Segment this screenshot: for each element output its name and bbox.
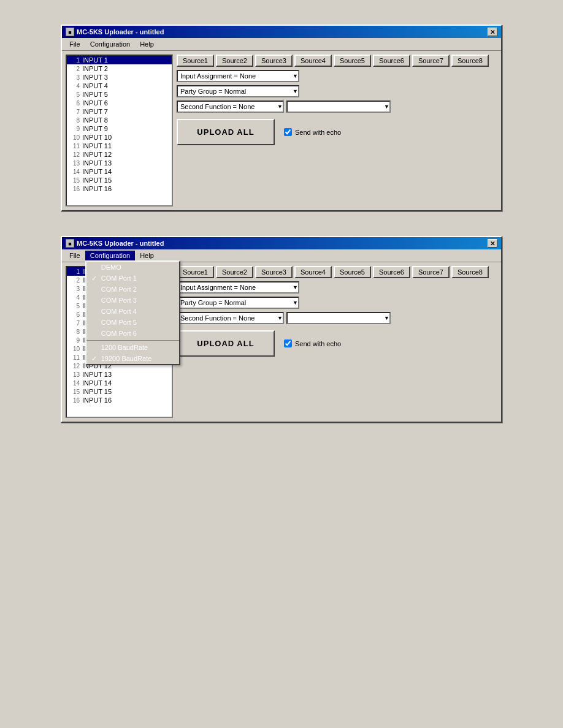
right-panel-1: Source1Source2Source3Source4Source5Sourc… <box>177 55 497 207</box>
row-num: 4 <box>69 294 80 301</box>
row-num: 15 <box>69 389 80 395</box>
menu-file-2[interactable]: File <box>64 251 85 260</box>
source-button-1-4[interactable]: Source4 <box>294 55 332 67</box>
send-with-echo-row-1: Send with echo <box>284 128 341 136</box>
config-menu-item-9[interactable]: 19200 BaudRate <box>86 353 179 364</box>
row-num: 3 <box>69 74 80 81</box>
send-with-echo-checkbox-1[interactable] <box>284 128 292 136</box>
input-row-1-8[interactable]: 8INPUT 8 <box>67 116 172 124</box>
source-button-2-5[interactable]: Source5 <box>334 266 371 278</box>
input-assignment-select-2[interactable]: Input Assignment = None <box>177 281 299 294</box>
window-title-1: MC-5KS Uploader - untitled <box>77 28 164 36</box>
party-group-select-2[interactable]: Party Group = Normal <box>177 297 299 309</box>
row-num: 11 <box>69 354 80 361</box>
config-dropdown-2: DEMOCOM Port 1COM Port 2COM Port 3COM Po… <box>85 260 180 365</box>
menu-help-2[interactable]: Help <box>135 251 159 260</box>
row-num: 12 <box>69 363 80 370</box>
menu-configuration-1[interactable]: Configuration <box>85 39 135 49</box>
source-button-2-6[interactable]: Source6 <box>373 266 410 278</box>
config-menu-item-3[interactable]: COM Port 3 <box>86 295 179 306</box>
input-row-1-10[interactable]: 10INPUT 10 <box>67 133 172 142</box>
app-icon-2: ■ <box>66 239 74 248</box>
party-group-wrapper-1: Party Group = Normal ▼ <box>177 85 299 97</box>
second-function-extra-select-2[interactable] <box>286 312 391 324</box>
row-label: INPUT 11 <box>82 142 112 150</box>
config-menu-item-2[interactable]: COM Port 2 <box>86 284 179 295</box>
right-panel-2: Source1Source2Source3Source4Source5Sourc… <box>177 266 497 418</box>
input-row-1-5[interactable]: 5INPUT 5 <box>67 90 172 99</box>
second-function-extra-select-1[interactable] <box>286 100 391 113</box>
row-num: 14 <box>69 169 80 175</box>
input-row-1-16[interactable]: 16INPUT 16 <box>67 184 172 193</box>
close-button-1[interactable]: ✕ <box>488 28 497 36</box>
row-num: 11 <box>69 143 80 150</box>
source-button-1-7[interactable]: Source7 <box>412 55 450 67</box>
menu-file-1[interactable]: File <box>64 39 85 49</box>
config-menu-item-0[interactable]: DEMO <box>86 262 179 273</box>
source-button-1-8[interactable]: Source8 <box>451 55 489 67</box>
source-button-2-3[interactable]: Source3 <box>255 266 293 278</box>
row-num: 13 <box>69 160 80 167</box>
input-row-2-16[interactable]: 16INPUT 16 <box>67 396 172 404</box>
row-num: 4 <box>69 83 80 89</box>
input-row-1-1[interactable]: 1INPUT 1 <box>67 56 172 64</box>
row-num: 12 <box>69 151 80 158</box>
second-function-wrapper-1: Second Function = None ▼ <box>177 100 284 113</box>
config-menu-item-1[interactable]: COM Port 1 <box>86 273 179 284</box>
input-row-1-11[interactable]: 11INPUT 11 <box>67 142 172 150</box>
row-label: INPUT 7 <box>82 108 108 115</box>
source-buttons-2: Source1Source2Source3Source4Source5Sourc… <box>177 266 497 278</box>
menu-help-1[interactable]: Help <box>135 39 159 49</box>
upload-all-button-1[interactable]: UPLOAD ALL <box>177 119 275 145</box>
party-group-select-1[interactable]: Party Group = Normal <box>177 85 299 97</box>
input-row-1-15[interactable]: 15INPUT 15 <box>67 176 172 184</box>
input-row-1-6[interactable]: 6INPUT 6 <box>67 99 172 107</box>
row-num: 10 <box>69 134 80 141</box>
input-list-1[interactable]: 1INPUT 12INPUT 23INPUT 34INPUT 45INPUT 5… <box>66 55 173 207</box>
row-label: INPUT 13 <box>82 159 112 167</box>
row-label: INPUT 14 <box>82 168 112 175</box>
input-row-1-3[interactable]: 3INPUT 3 <box>67 73 172 82</box>
input-row-1-9[interactable]: 9INPUT 9 <box>67 124 172 133</box>
party-group-row-1: Party Group = Normal ▼ <box>177 85 497 97</box>
source-button-2-7[interactable]: Source7 <box>412 266 450 278</box>
source-button-2-2[interactable]: Source2 <box>216 266 253 278</box>
config-menu-item-6[interactable]: COM Port 6 <box>86 328 179 339</box>
source-button-1-2[interactable]: Source2 <box>216 55 253 67</box>
row-label: INPUT 5 <box>82 91 108 98</box>
send-with-echo-checkbox-2[interactable] <box>284 339 292 347</box>
second-function-select-2[interactable]: Second Function = None <box>177 312 284 324</box>
app-icon-1: ■ <box>66 28 74 36</box>
source-button-2-1[interactable]: Source1 <box>177 266 214 278</box>
source-button-1-1[interactable]: Source1 <box>177 55 214 67</box>
row-num: 13 <box>69 371 80 378</box>
close-button-2[interactable]: ✕ <box>488 239 497 248</box>
upload-section-1: UPLOAD ALL Send with echo <box>177 119 497 145</box>
row-num: 15 <box>69 177 80 184</box>
config-menu-item-5[interactable]: COM Port 5 <box>86 317 179 328</box>
input-row-1-14[interactable]: 14INPUT 14 <box>67 167 172 176</box>
config-menu-item-4[interactable]: COM Port 4 <box>86 306 179 317</box>
row-label: INPUT 8 <box>82 116 108 124</box>
window-title-2: MC-5KS Uploader - untitled <box>77 240 164 247</box>
input-row-2-15[interactable]: 15INPUT 15 <box>67 387 172 396</box>
input-assignment-select-1[interactable]: Input Assignment = None <box>177 70 299 82</box>
config-menu-item-8[interactable]: 1200 BaudRate <box>86 342 179 353</box>
input-row-1-4[interactable]: 4INPUT 4 <box>67 82 172 90</box>
source-button-1-6[interactable]: Source6 <box>373 55 410 67</box>
input-row-2-13[interactable]: 13INPUT 13 <box>67 370 172 379</box>
source-button-1-5[interactable]: Source5 <box>334 55 371 67</box>
source-button-1-3[interactable]: Source3 <box>255 55 293 67</box>
input-row-1-13[interactable]: 13INPUT 13 <box>67 159 172 167</box>
source-button-2-4[interactable]: Source4 <box>294 266 332 278</box>
source-button-2-8[interactable]: Source8 <box>451 266 489 278</box>
upload-all-button-2[interactable]: UPLOAD ALL <box>177 330 275 357</box>
party-group-row-2: Party Group = Normal ▼ <box>177 297 497 309</box>
input-row-1-2[interactable]: 2INPUT 2 <box>67 64 172 73</box>
input-row-1-12[interactable]: 12INPUT 12 <box>67 150 172 159</box>
menu-bar-1: File Configuration Help <box>62 38 501 51</box>
menu-configuration-2[interactable]: Configuration DEMOCOM Port 1COM Port 2CO… <box>85 251 135 260</box>
input-row-1-7[interactable]: 7INPUT 7 <box>67 107 172 116</box>
input-row-2-14[interactable]: 14INPUT 14 <box>67 379 172 387</box>
second-function-select-1[interactable]: Second Function = None <box>177 100 284 113</box>
